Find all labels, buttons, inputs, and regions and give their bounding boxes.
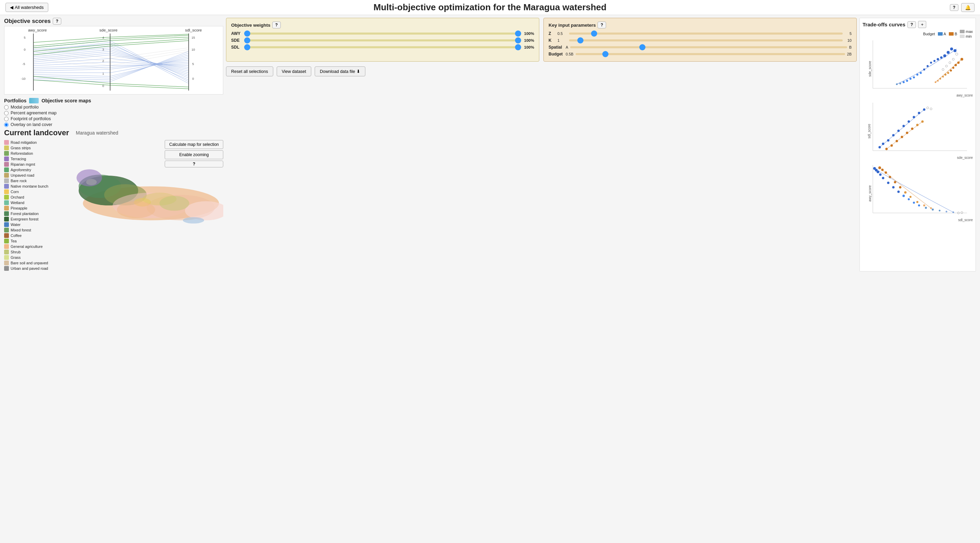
map-help-button[interactable]: ? (165, 160, 223, 167)
tradeoffs-add-button[interactable]: + (918, 21, 926, 28)
sde-slider-thumb-right[interactable] (515, 37, 521, 43)
legend-forest-plantation: Forest plantation (4, 211, 59, 216)
sdl-slider-thumb-left[interactable] (244, 44, 250, 50)
min-label: min (966, 34, 972, 38)
map-container: Road mitigation Grass strips Reforestati… (4, 140, 223, 272)
map-header: Current landcover Maragua watershed (4, 129, 223, 137)
budget-val-right: 2B (847, 52, 851, 56)
map-subtitle: Maragua watershed (76, 130, 118, 136)
legend-label-forest-plantation: Forest plantation (11, 211, 39, 216)
z-slider-track[interactable] (569, 33, 843, 35)
calculate-map-button[interactable]: Calculate map for selection (165, 140, 223, 149)
legend-label-bare-soil: Bare soil and unpaved (11, 261, 48, 265)
radio-percent-agreement[interactable]: Percent agreement map (4, 111, 223, 115)
sdl-slider-thumb-right[interactable] (515, 44, 521, 50)
legend-swatch-urban (4, 266, 9, 271)
max-swatch (960, 30, 964, 33)
svg-line-33 (33, 78, 110, 80)
svg-point-151 (877, 170, 879, 173)
left-panel: Objective scores ? awy_score sde_score s… (4, 18, 223, 272)
z-slider-thumb[interactable] (591, 30, 597, 37)
legend-tea: Tea (4, 239, 59, 243)
map-title: Current landcover (4, 129, 69, 137)
sde-label: SDE (231, 38, 242, 43)
svg-point-118 (950, 70, 952, 71)
objective-scores-help[interactable]: ? (53, 18, 61, 25)
land-cover-map: Calculate map for selection Enable zoomi… (62, 140, 223, 249)
legend-swatch-pineapple (4, 206, 9, 211)
legend-label-unpaved-road: Unpaved road (11, 173, 34, 177)
sde-slider-thumb-left[interactable] (244, 37, 250, 43)
legend-swatch-bare-rock (4, 178, 9, 183)
budget-b-swatch (949, 32, 954, 36)
budget-slider-thumb[interactable] (602, 51, 608, 57)
chart1-container: sde_score (862, 40, 973, 97)
svg-point-155 (892, 186, 895, 189)
legend-label-grass: Grass (11, 256, 21, 259)
legend-label-wetland: Wetland (11, 201, 24, 205)
enable-zooming-button[interactable]: Enable zooming (165, 150, 223, 159)
legend-swatch-riparian (4, 162, 9, 167)
download-button[interactable]: Download data file ⬇ (315, 67, 365, 76)
legend-label-shrub: Shrub (11, 250, 21, 254)
svg-point-163 (939, 210, 940, 211)
parallel-coords-svg: awy_score sde_score sdl_score 5 0 -5 -10… (5, 26, 223, 94)
chart3-y-label: awy_score (868, 185, 872, 202)
awy-slider-thumb-right[interactable] (515, 30, 521, 37)
svg-point-83 (183, 217, 204, 224)
parallel-coords-lines-gray (33, 48, 189, 70)
svg-text:1: 1 (102, 72, 104, 75)
radio-modal-portfolio[interactable]: Modal portfolio (4, 105, 223, 110)
spatial-slider-thumb[interactable] (639, 44, 646, 50)
weights-help-button[interactable]: ? (272, 22, 281, 29)
chart1-y-label: sde_score (868, 61, 872, 77)
chart2-y-label: sdl_score (867, 124, 871, 139)
svg-point-174 (916, 201, 918, 203)
svg-line-66 (110, 84, 189, 87)
legend-swatch-orchard (4, 195, 9, 200)
legend-unpaved-road: Unpaved road (4, 173, 59, 178)
k-slider-track[interactable] (569, 40, 843, 41)
legend-swatch-water (4, 222, 9, 227)
view-dataset-button[interactable]: View dataset (277, 67, 311, 76)
key-input-params-title: Key input parameters ? (549, 22, 851, 29)
budget-slider-track[interactable] (576, 53, 845, 55)
legend-label-mixed-forest: Mixed forest (11, 228, 31, 232)
legend-label-bare-rock: Bare rock (11, 179, 27, 183)
back-button[interactable]: ◀ All watersheds (5, 3, 48, 12)
sdl-slider-track[interactable] (244, 46, 520, 48)
legend-mixed-forest: Mixed forest (4, 228, 59, 232)
k-slider-thumb[interactable] (578, 37, 584, 43)
legend-label-evergreen-forest: Evergreen forest (11, 217, 38, 221)
params-help-button[interactable]: ? (598, 22, 606, 29)
reset-button[interactable]: Reset all selections (226, 67, 273, 76)
legend-label-pineapple: Pineapple (11, 206, 27, 210)
objective-scores-title-row: Objective scores ? (4, 18, 223, 25)
radio-overlay-land-cover[interactable]: Overlay on land cover (4, 122, 223, 127)
axis-label-sdl: sdl_score (185, 28, 202, 32)
sde-slider-track[interactable] (244, 40, 520, 41)
notification-button[interactable]: 🔔 (961, 3, 975, 12)
legend-road-mitigation: Road mitigation (4, 140, 59, 145)
top-bar: ◀ All watersheds Multi-objective optimiz… (0, 0, 980, 15)
awy-label: AWY (231, 31, 242, 36)
spatial-slider-track[interactable] (570, 46, 847, 48)
portfolios-section: Portfolios Objective score maps Modal po… (4, 98, 223, 127)
svg-point-87 (159, 196, 189, 211)
weights-params-row: Objective weights ? AWY 100% SDE (226, 18, 857, 62)
download-icon: ⬇ (356, 69, 360, 74)
radio-footprint[interactable]: Footprint of portfolios (4, 116, 223, 121)
legend-swatch-corn (4, 189, 9, 194)
tradeoffs-help-button[interactable]: ? (907, 21, 916, 28)
chart2-svg (869, 103, 969, 154)
legend-grass-strips: Grass strips (4, 146, 59, 150)
max-legend: max (960, 29, 973, 33)
awy-slider-thumb-left[interactable] (244, 30, 250, 37)
svg-point-160 (918, 205, 920, 206)
svg-point-92 (950, 48, 953, 50)
legend-water: Water (4, 222, 59, 227)
awy-slider-track[interactable] (244, 33, 520, 35)
objective-weights-box: Objective weights ? AWY 100% SDE (226, 18, 539, 62)
svg-line-19 (33, 46, 110, 53)
header-help-button[interactable]: ? (950, 4, 958, 11)
